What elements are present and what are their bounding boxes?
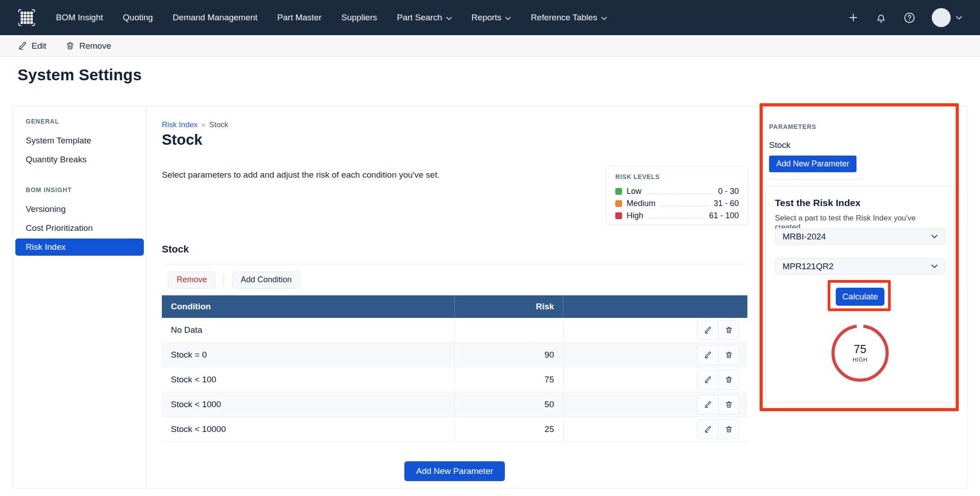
risk-level-medium: Medium 31 - 60 <box>615 197 739 210</box>
conditions-table-card: Remove Add Condition Condition Risk No D… <box>162 264 747 442</box>
risk-result-gauge: 75 HIGH <box>826 319 894 387</box>
remove-button[interactable]: Remove <box>65 41 111 51</box>
content-card: GENERAL System Template Quantity Breaks … <box>13 106 967 488</box>
edit-row-button[interactable] <box>697 321 718 340</box>
breadcrumb-current: Stock <box>209 120 229 129</box>
table-row: No Data <box>162 318 747 343</box>
row-action-group <box>697 370 739 390</box>
sidebar-section-general: GENERAL <box>13 118 146 127</box>
chevron-down-icon <box>931 264 938 268</box>
part-select[interactable]: MPR121QR2 <box>775 258 945 275</box>
delete-row-button[interactable] <box>718 370 739 389</box>
sidebar-item-system-template[interactable]: System Template <box>13 131 146 150</box>
condition-header: Condition <box>162 295 454 318</box>
pencil-icon <box>704 351 712 359</box>
row-action-group <box>697 345 739 365</box>
parameter-name: Stock <box>769 140 791 150</box>
row-action-group <box>697 320 739 340</box>
sidebar-item-cost-prioritization[interactable]: Cost Prioritization <box>13 219 146 238</box>
delete-row-button[interactable] <box>718 345 739 364</box>
edit-row-button[interactable] <box>697 370 718 389</box>
nav-item-part-search[interactable]: Part Search <box>397 13 452 23</box>
edit-row-button[interactable] <box>697 345 718 364</box>
pencil-icon <box>18 41 27 51</box>
nav-item-quoting[interactable]: Quoting <box>123 13 153 23</box>
trash-icon <box>725 400 733 409</box>
divider <box>224 274 224 286</box>
trash-icon <box>65 41 75 51</box>
chevron-down-icon <box>931 234 938 239</box>
calculate-button[interactable]: Calculate <box>836 288 884 306</box>
leader-line <box>648 213 705 219</box>
remove-condition-button[interactable]: Remove <box>168 271 215 289</box>
leader-line <box>646 189 714 194</box>
table-row: Stock < 1000 50 <box>162 392 747 417</box>
risk-levels-box: RISK LEVELS Low 0 - 30 Medium 31 - 60 Hi… <box>606 166 748 225</box>
sidebar-item-quantity-breaks[interactable]: Quantity Breaks <box>13 150 146 169</box>
pencil-icon <box>704 326 712 334</box>
bell-icon[interactable] <box>875 12 887 24</box>
nav-item-reports[interactable]: Reports <box>472 13 511 23</box>
nav-right-icons <box>848 8 962 27</box>
sidebar-section-bom-insight: BOM INSIGHT <box>13 186 146 195</box>
nav-item-reference-tables[interactable]: Reference Tables <box>531 13 607 23</box>
parameter-page-title: Stock <box>162 131 202 148</box>
risk-header: Risk <box>454 295 563 318</box>
nav-menu: BOM Insight Quoting Demand Management Pa… <box>56 13 607 23</box>
table-actions: Remove Add Condition <box>162 264 747 295</box>
chevron-down-icon[interactable] <box>956 16 962 20</box>
row-action-group <box>697 419 739 439</box>
edit-button[interactable]: Edit <box>18 41 46 51</box>
nav-item-suppliers[interactable]: Suppliers <box>341 13 377 23</box>
add-new-parameter-button[interactable]: Add New Parameter <box>404 461 505 481</box>
test-card-title: Test the Risk Index <box>775 197 944 208</box>
edit-row-button[interactable] <box>697 395 718 414</box>
table-row: Stock = 0 90 <box>162 343 747 367</box>
chevron-down-icon <box>446 17 452 20</box>
chevron-down-icon <box>601 17 607 20</box>
stock-section-title: Stock <box>162 243 189 255</box>
edit-row-button[interactable] <box>697 420 718 439</box>
table-header: Condition Risk <box>162 295 747 318</box>
panel-add-new-parameter-button[interactable]: Add New Parameter <box>769 156 856 172</box>
parameter-description: Select parameters to add and adjust the … <box>162 170 440 180</box>
delete-row-button[interactable] <box>718 420 739 439</box>
risk-score-level: HIGH <box>852 357 867 363</box>
plus-icon[interactable] <box>848 12 859 23</box>
risk-score-value: 75 <box>854 343 866 356</box>
trash-icon <box>725 425 733 433</box>
nav-item-part-master[interactable]: Part Master <box>277 13 321 23</box>
table-row: Stock < 10000 25 <box>162 417 747 442</box>
trash-icon <box>725 376 733 384</box>
high-swatch <box>615 212 622 219</box>
bom-select[interactable]: MRBI-2024 <box>775 228 945 245</box>
pencil-icon <box>704 425 712 433</box>
test-risk-index-card: Test the Risk Index Select a part to tes… <box>765 186 954 403</box>
sidebar-item-risk-index[interactable]: Risk Index <box>15 239 144 256</box>
action-toolbar: Edit Remove <box>0 35 980 57</box>
actions-header <box>563 295 747 318</box>
nav-item-bom-insight[interactable]: BOM Insight <box>56 13 103 23</box>
pencil-icon <box>704 400 712 409</box>
pencil-icon <box>704 376 712 384</box>
sidebar-item-versioning[interactable]: Versioning <box>13 200 146 219</box>
breadcrumb-risk-index-link[interactable]: Risk Index <box>162 120 197 129</box>
breadcrumb-separator: » <box>201 120 205 129</box>
divider <box>769 179 864 180</box>
trash-icon <box>725 326 733 334</box>
help-icon[interactable] <box>903 12 916 24</box>
risk-level-high: High 61 - 100 <box>615 210 739 222</box>
nav-item-demand-management[interactable]: Demand Management <box>173 13 257 23</box>
parameters-label: PARAMETERS <box>769 123 816 130</box>
medium-swatch <box>615 200 622 207</box>
app-logo-icon[interactable] <box>18 9 35 26</box>
leader-line <box>660 201 709 207</box>
delete-row-button[interactable] <box>718 395 739 414</box>
top-nav: BOM Insight Quoting Demand Management Pa… <box>0 0 980 35</box>
avatar[interactable] <box>932 8 951 27</box>
chevron-down-icon <box>505 17 511 20</box>
table-row: Stock < 100 75 <box>162 367 747 392</box>
delete-row-button[interactable] <box>718 321 739 340</box>
add-condition-button[interactable]: Add Condition <box>232 271 300 289</box>
low-swatch <box>615 188 622 195</box>
